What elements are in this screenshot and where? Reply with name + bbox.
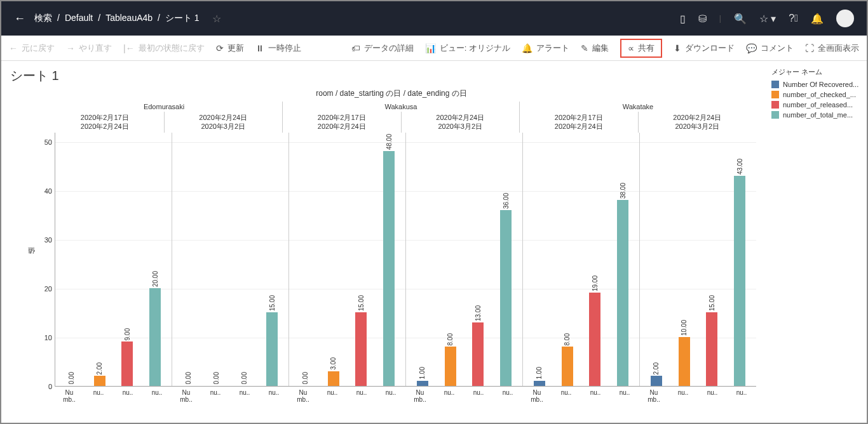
bar[interactable]: 15.00 bbox=[706, 295, 717, 385]
download-icon: ⬇ bbox=[674, 43, 681, 53]
bar[interactable]: 0.00 bbox=[66, 372, 78, 385]
legend-swatch bbox=[771, 91, 779, 98]
breadcrumb: 検索/ Default/ TableauA4b/ シート 1 bbox=[34, 13, 200, 24]
download-button[interactable]: ⬇ダウンロード bbox=[674, 43, 735, 54]
avatar[interactable] bbox=[836, 10, 854, 27]
undo-icon: ← bbox=[9, 43, 18, 53]
bar[interactable]: 3.00 bbox=[328, 357, 339, 386]
x-category-label: nu.. bbox=[326, 389, 339, 403]
x-category-label: Numb.. bbox=[63, 389, 76, 403]
main-area: シート 1 room / date_starting の日 / date_end… bbox=[1, 61, 867, 423]
comment-icon: 💬 bbox=[746, 43, 757, 53]
bar[interactable]: 8.00 bbox=[445, 333, 456, 386]
y-tick: 0 bbox=[48, 383, 52, 390]
bar[interactable]: 1.00 bbox=[417, 367, 428, 385]
alert-button[interactable]: 🔔アラート bbox=[522, 43, 569, 54]
app-header: ← 検索/ Default/ TableauA4b/ シート 1 ☆ ▯ ⛁ |… bbox=[1, 1, 867, 36]
pause-button[interactable]: ⏸一時停止 bbox=[255, 43, 301, 54]
legend-label: Number Of Recovered... bbox=[783, 81, 858, 88]
view-icon: 📊 bbox=[425, 43, 436, 53]
x-category-label: nu.. bbox=[121, 389, 134, 403]
sheet-title: シート 1 bbox=[10, 67, 756, 84]
x-category-label: nu.. bbox=[92, 389, 105, 403]
y-tick: 40 bbox=[44, 187, 52, 195]
bar[interactable]: 0.00 bbox=[183, 372, 194, 385]
fullscreen-button[interactable]: ⛶全画面表示 bbox=[805, 43, 859, 54]
redo-icon: → bbox=[66, 43, 75, 53]
date-header: 2020年2月17日2020年2月24日 bbox=[283, 112, 402, 133]
search-icon[interactable]: 🔍 bbox=[734, 13, 747, 25]
bar[interactable]: 2.00 bbox=[651, 362, 662, 386]
bar[interactable]: 13.00 bbox=[472, 305, 484, 386]
chart-panel: 2.0010.0015.0043.00 bbox=[640, 133, 756, 386]
legend-item[interactable]: number_of_total_me... bbox=[771, 111, 860, 119]
bar-value-label: 36.00 bbox=[503, 193, 510, 209]
breadcrumb-search[interactable]: 検索 bbox=[34, 13, 52, 24]
undo-button[interactable]: ←元に戻す bbox=[9, 43, 55, 54]
bar[interactable]: 8.00 bbox=[562, 333, 573, 386]
refresh-button[interactable]: ⟳更新 bbox=[216, 43, 244, 54]
alert-icon: 🔔 bbox=[522, 43, 532, 53]
bar-value-label: 0.00 bbox=[241, 372, 248, 384]
bar[interactable]: 1.00 bbox=[534, 367, 545, 385]
comment-button[interactable]: 💬コメント bbox=[746, 43, 794, 54]
bar[interactable]: 2.00 bbox=[94, 362, 105, 386]
device-icon[interactable]: ▯ bbox=[680, 13, 686, 25]
share-button[interactable]: ∝共有 bbox=[620, 39, 662, 58]
breadcrumb-workbook[interactable]: TableauA4b bbox=[105, 13, 153, 24]
bar-value-label: 10.00 bbox=[681, 320, 688, 336]
x-category-label: nu.. bbox=[355, 389, 368, 403]
revert-button[interactable]: |←最初の状態に戻す bbox=[123, 43, 205, 54]
x-category-label: nu.. bbox=[501, 389, 514, 403]
x-category-label: Numb.. bbox=[531, 389, 543, 403]
x-category-label: nu.. bbox=[618, 389, 631, 403]
room-header: Wakatake bbox=[520, 102, 756, 112]
legend-item[interactable]: number_of_released... bbox=[771, 101, 860, 109]
redo-button[interactable]: →やり直す bbox=[66, 43, 112, 54]
chart-panel: 0.002.009.0020.00 bbox=[55, 133, 172, 386]
breadcrumb-project[interactable]: Default bbox=[65, 13, 93, 24]
x-category-label: nu.. bbox=[443, 389, 456, 403]
bar[interactable]: 0.00 bbox=[211, 372, 222, 385]
edit-button[interactable]: ✎編集 bbox=[581, 43, 609, 54]
bar[interactable]: 0.00 bbox=[238, 372, 250, 385]
view-button[interactable]: 📊ビュー: オリジナル bbox=[425, 43, 510, 54]
bar[interactable]: 48.00 bbox=[383, 134, 395, 385]
bar-value-label: 0.00 bbox=[213, 372, 220, 384]
date-header: 2020年2月17日2020年2月24日 bbox=[46, 112, 165, 133]
legend-swatch bbox=[771, 111, 779, 119]
help-icon[interactable]: ?⃝ bbox=[789, 13, 798, 24]
bar-value-label: 20.00 bbox=[152, 271, 159, 287]
data-details-button[interactable]: 🏷データの詳細 bbox=[351, 43, 414, 54]
breadcrumb-sheet[interactable]: シート 1 bbox=[165, 13, 200, 24]
legend-item[interactable]: Number Of Recovered... bbox=[771, 81, 860, 88]
bar-value-label: 1.00 bbox=[419, 367, 426, 379]
bar-value-label: 48.00 bbox=[386, 134, 393, 150]
datasource-icon[interactable]: ⛁ bbox=[698, 13, 707, 25]
x-axis: Numb..nu..nu..nu..Numb..nu..nu..nu..Numb… bbox=[55, 387, 756, 403]
bar-value-label: 1.00 bbox=[536, 367, 543, 379]
y-tick: 50 bbox=[44, 138, 52, 146]
legend-item[interactable]: number_of_checked_... bbox=[771, 91, 860, 98]
legend-panel: メジャー ネーム Number Of Recovered...number_of… bbox=[765, 61, 867, 423]
bar[interactable]: 0.00 bbox=[300, 372, 311, 385]
bar[interactable]: 38.00 bbox=[617, 183, 628, 385]
favorites-dropdown-icon[interactable]: ☆ ▾ bbox=[759, 13, 776, 25]
bar-value-label: 19.00 bbox=[592, 275, 599, 291]
edit-icon: ✎ bbox=[581, 43, 588, 53]
bar[interactable]: 15.00 bbox=[355, 295, 367, 385]
bar[interactable]: 19.00 bbox=[589, 275, 600, 385]
bar[interactable]: 20.00 bbox=[149, 271, 161, 386]
favorite-star-icon[interactable]: ☆ bbox=[212, 13, 221, 25]
bar[interactable]: 36.00 bbox=[500, 193, 512, 386]
bar[interactable]: 15.00 bbox=[266, 295, 278, 385]
notifications-icon[interactable]: 🔔 bbox=[811, 13, 824, 25]
bar[interactable]: 9.00 bbox=[121, 328, 133, 386]
chart-panel: 0.000.000.0015.00 bbox=[172, 133, 289, 386]
tag-icon: 🏷 bbox=[351, 43, 360, 53]
legend-title: メジャー ネーム bbox=[771, 67, 860, 77]
bar[interactable]: 43.00 bbox=[734, 159, 745, 386]
bar[interactable]: 10.00 bbox=[679, 320, 690, 386]
chart: room / date_starting の日 / date_ending の日… bbox=[27, 88, 756, 403]
back-arrow-icon[interactable]: ← bbox=[14, 12, 25, 25]
